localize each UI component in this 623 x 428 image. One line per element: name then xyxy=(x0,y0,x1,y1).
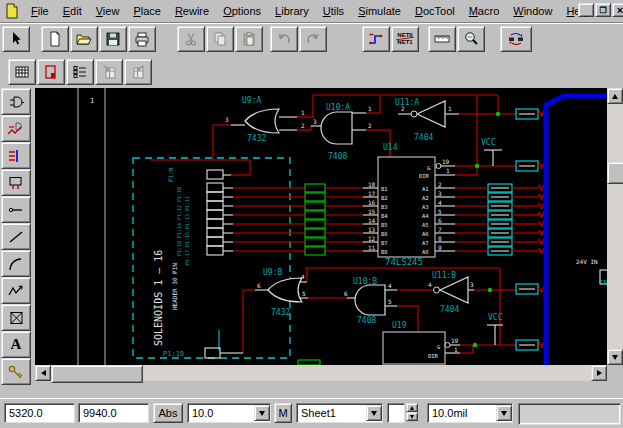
place-text-button[interactable]: A xyxy=(1,331,31,358)
net-box xyxy=(305,202,325,210)
draw-line-button[interactable] xyxy=(1,223,31,250)
y-coordinate-field[interactable] xyxy=(78,403,149,423)
menu-doctool[interactable]: DocTool xyxy=(408,2,462,20)
pin-number: 13 xyxy=(368,226,376,233)
minimize-button[interactable]: _ xyxy=(578,3,594,17)
pin-number: 15 xyxy=(368,208,376,215)
menu-utils[interactable]: Utils xyxy=(316,2,351,20)
printer-icon xyxy=(134,31,150,47)
net-box xyxy=(305,238,325,246)
sheet-symbol-button[interactable] xyxy=(1,169,31,196)
close-button[interactable]: × xyxy=(612,3,623,17)
menu-window[interactable]: Window xyxy=(506,2,559,20)
app-document-icon[interactable] xyxy=(4,3,20,19)
pin-number: 12 xyxy=(368,235,376,242)
scroll-down-button[interactable] xyxy=(607,349,623,365)
scroll-left-button[interactable] xyxy=(35,365,51,381)
save-button[interactable] xyxy=(99,26,127,52)
grid-dropdown-arrow[interactable] xyxy=(254,405,270,421)
junction-dot xyxy=(488,288,492,292)
not-gate xyxy=(440,277,468,303)
val-u10a: 7408 xyxy=(328,152,347,161)
menu-library[interactable]: Library xyxy=(268,2,316,20)
place-junction-button[interactable] xyxy=(1,304,31,331)
net-box xyxy=(305,184,325,192)
zoom-step-field[interactable] xyxy=(387,403,405,423)
horizontal-scrollbar[interactable] xyxy=(35,365,607,381)
scroll-up-button[interactable] xyxy=(607,88,623,104)
horizontal-scroll-thumb[interactable] xyxy=(51,365,143,383)
zoom-tool-button[interactable] xyxy=(457,26,485,52)
menu-options[interactable]: Options xyxy=(216,2,268,20)
connector-pin-box xyxy=(207,246,223,255)
undo-button[interactable] xyxy=(270,26,298,52)
ref-u11b: U11:B xyxy=(432,271,456,280)
probe-tool-button[interactable] xyxy=(1,358,31,385)
scroll-right-button[interactable] xyxy=(591,365,607,381)
redo-button[interactable] xyxy=(299,26,327,52)
menu-simulate[interactable]: Simulate xyxy=(351,2,408,20)
val-u14: 74LS245 xyxy=(385,257,423,267)
menu-edit[interactable]: Edit xyxy=(56,2,89,20)
x-coordinate-field[interactable] xyxy=(4,403,75,423)
place-part-button[interactable] xyxy=(1,88,31,115)
pin-name: A4 xyxy=(422,213,429,219)
report-table-arrow-icon xyxy=(101,64,117,80)
units-dropdown-arrow[interactable] xyxy=(496,405,512,421)
wire-to-part-button[interactable] xyxy=(1,115,31,142)
select-arrow-button[interactable] xyxy=(2,26,30,52)
cut-button[interactable] xyxy=(177,26,205,52)
open-document-button[interactable] xyxy=(70,26,98,52)
logic-gate-icon xyxy=(7,94,25,110)
copy-button[interactable] xyxy=(206,26,234,52)
swap-update-button[interactable] xyxy=(500,26,532,52)
chip-u19 xyxy=(383,332,445,364)
units-dropdown[interactable]: 10.0mil xyxy=(427,403,513,423)
vertical-scrollbar[interactable] xyxy=(607,88,623,365)
grid-size-dropdown[interactable]: 10.0 xyxy=(187,403,271,423)
menu-macro[interactable]: Macro xyxy=(462,2,507,20)
open-folder-icon xyxy=(76,31,92,47)
sheet-dropdown[interactable]: Sheet1 xyxy=(296,403,383,423)
paste-button[interactable] xyxy=(235,26,263,52)
wire-tool-button[interactable] xyxy=(362,26,390,52)
place-pin-button[interactable] xyxy=(1,196,31,223)
vertical-scroll-thumb[interactable] xyxy=(607,162,623,184)
units-value: 10.0mil xyxy=(428,407,496,419)
zoom-step-spinner[interactable] xyxy=(406,403,418,421)
list-view-button[interactable] xyxy=(66,59,94,85)
menu-place[interactable]: Place xyxy=(126,2,168,20)
pin-label-p1-19: P1:19 xyxy=(163,350,184,358)
arc-icon xyxy=(7,256,25,272)
restore-button[interactable]: ❐ xyxy=(595,3,611,17)
spreadsheet-view-button[interactable] xyxy=(8,59,36,85)
menu-rewire[interactable]: Rewire xyxy=(168,2,216,20)
connector-pin-label: P1:16 xyxy=(176,241,182,256)
grid-size-value: 10.0 xyxy=(188,407,254,419)
abs-mode-button[interactable]: Abs xyxy=(153,403,183,423)
draw-arc-button[interactable] xyxy=(1,250,31,277)
connector-pin-box xyxy=(207,170,223,179)
draw-polyline-button[interactable] xyxy=(1,277,31,304)
junction-dot xyxy=(475,164,479,168)
pin-name-g: G xyxy=(427,165,430,171)
sheet-view-button[interactable] xyxy=(37,59,65,85)
pin-name: B5 xyxy=(381,222,388,228)
spin-down-button[interactable] xyxy=(406,412,418,421)
ref-u10b: U10:B xyxy=(353,277,377,286)
spin-up-button[interactable] xyxy=(406,403,418,412)
report-import-button[interactable] xyxy=(124,59,152,85)
sheet-dropdown-arrow[interactable] xyxy=(366,405,382,421)
net-labels-button[interactable]: NET0 NET1 xyxy=(391,26,419,52)
schematic-canvas[interactable]: 18B12A1P1:1017B23A2P1:1116B34A3P1:1215B4… xyxy=(35,88,607,365)
list-icon xyxy=(72,64,88,80)
m-button[interactable]: M xyxy=(274,403,292,423)
menu-file[interactable]: File xyxy=(24,2,56,20)
bus-tool-button[interactable] xyxy=(1,142,31,169)
print-button[interactable] xyxy=(128,26,156,52)
report-export-button[interactable] xyxy=(95,59,123,85)
menu-view[interactable]: View xyxy=(89,2,127,20)
pin-number: 5 xyxy=(438,208,442,215)
new-document-button[interactable] xyxy=(41,26,69,52)
measure-tool-button[interactable] xyxy=(428,26,456,52)
